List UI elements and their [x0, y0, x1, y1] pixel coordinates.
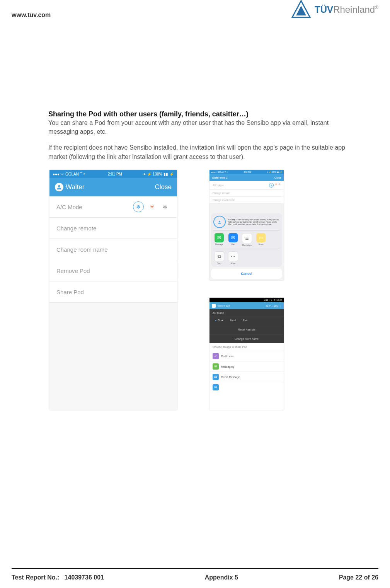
status-icons: ◎ ✉ ▾ ᯤ ▮▯ 15:27 [264, 299, 282, 301]
sun-icon[interactable]: ☀ [147, 202, 157, 212]
share-option[interactable]: ✉Direct Message [209, 372, 284, 382]
row-label: Remove Pod [56, 268, 90, 274]
footer-divider [12, 568, 378, 569]
row-change-room-name[interactable]: Change room name [209, 334, 284, 343]
row-ac-mode: A/C Mode ❄ ☀ ✲ [209, 181, 284, 190]
svg-point-2 [58, 185, 60, 187]
close-button[interactable]: Close [155, 183, 172, 191]
footer-left: Test Report No.: 14039736 001 [12, 574, 104, 581]
tuv-triangle-icon [291, 0, 311, 19]
row-change-remote[interactable]: Change remote [49, 218, 177, 239]
airdrop-row[interactable]: AirDrop. Share instantly with people nea… [213, 216, 280, 231]
row-share-pod[interactable]: Share Pod [49, 281, 177, 303]
android-status-bar: ◎ ✉ ▾ ᯤ ▮▯ 15:27 [209, 298, 284, 302]
status-carrier: ●●●○○ GOLAN T ᯤ [53, 172, 87, 176]
tuv-logo: TÜVRheinland® [291, 0, 378, 19]
status-carrier: ●●●○○ GOLAN T ᯤ [211, 171, 228, 173]
row-reset-remote[interactable]: Reset Remote [209, 325, 284, 334]
notes-icon: ▭ [256, 233, 266, 242]
screenshot-ios-settings: ●●●○○ GOLAN T ᯤ 2:01 PM ✈ ⚡ 100% ▮▮ ⚡ Wa… [49, 170, 177, 410]
section-paragraph-1: You can share a Pod from your account wi… [48, 118, 346, 136]
share-option[interactable]: ✓Do It Later [209, 351, 284, 361]
section-title: Sharing the Pod with other users (family… [48, 110, 346, 118]
share-actions-row: ⧉Copy⋯More [213, 251, 280, 264]
row-ac-mode: AC Mode [209, 309, 284, 317]
mode-cool[interactable]: ●Cool [215, 319, 223, 322]
row-label: Share Pod [56, 289, 84, 295]
radio-selected-icon: ● [215, 319, 216, 322]
mail-icon: ✉ [228, 233, 238, 242]
share-option-label: Direct Message [221, 376, 240, 378]
status-time: 2:01 PM [108, 172, 122, 176]
sun-icon: ☀ [275, 183, 277, 187]
nav-title-text: Walter mini 2 [212, 176, 228, 179]
row-change-room-name: Change room name [209, 197, 284, 204]
android-dark-panel: AC Mode ●Cool Heat Fan Reset Remote Chan… [209, 309, 284, 343]
mode-heat[interactable]: Heat [230, 319, 236, 322]
mode-icons: ❄ ☀ ✲ [133, 201, 170, 212]
section-paragraph-2: If the recipient does not have Sensibo i… [48, 143, 346, 161]
share-action-more[interactable]: ⋯More [227, 251, 239, 264]
share-app-label: Mail [231, 243, 235, 245]
footer-left-value: 14039736 001 [65, 574, 104, 581]
cancel-button[interactable]: Cancel [211, 269, 282, 279]
screenshot-android-share: ◎ ✉ ▾ ᯤ ▮▯ 15:27 Tomer's pod 24.7° ○ 48%… [209, 298, 284, 410]
row-label: Change room name [213, 199, 235, 201]
footer-right: Page 22 of 26 [339, 574, 378, 581]
status-battery: ✈ ⚡ 100% ▮▮ ⚡ [143, 172, 174, 176]
share-apps-row: ✉Message✉Mail≣Reminders▭Notes [213, 233, 280, 249]
share-action-copy[interactable]: ⧉Copy [213, 251, 225, 264]
nav-status: 24.7° ○ 48% ⋮ [266, 305, 281, 307]
avatar-icon [55, 183, 63, 191]
ios-nav-bar: Walter Close [49, 178, 177, 196]
share-app-message[interactable]: ✉Message [213, 233, 225, 246]
airdrop-body: Share instantly with people nearby. If t… [228, 218, 279, 225]
share-option-icon: ✉ [213, 363, 219, 370]
fan-icon[interactable]: ✲ [160, 202, 170, 212]
row-ac-mode[interactable]: A/C Mode ❄ ☀ ✲ [49, 196, 177, 218]
share-option-label: Messaging [221, 365, 234, 368]
row-change-remote: Change remote [209, 190, 284, 197]
row-change-room-name[interactable]: Change room name [49, 239, 177, 260]
share-app-label: Message [215, 243, 223, 245]
row-remove-pod[interactable]: Remove Pod [49, 260, 177, 281]
share-app-reminders[interactable]: ≣Reminders [241, 233, 253, 246]
share-option[interactable]: ✉Messaging [209, 361, 284, 372]
row-label: A/C Mode [213, 184, 224, 187]
ios-status-bar: ●●●○○ GOLAN T ᯤ 2:02 PM ✈ ⚡ 100% ▮▮ ⚡ [209, 170, 284, 174]
share-sheet-panel: AirDrop. Share instantly with people nea… [211, 213, 282, 267]
nav-title-text: Walter [66, 183, 85, 191]
ios-status-bar: ●●●○○ GOLAN T ᯤ 2:01 PM ✈ ⚡ 100% ▮▮ ⚡ [49, 170, 177, 178]
row-label: Change remote [56, 225, 96, 232]
tuv-brand-text: TÜVRheinland® [315, 4, 378, 15]
status-time: 2:02 PM [244, 171, 251, 173]
registered-icon: ® [375, 5, 378, 10]
screenshot-ios-share-sheet: ●●●○○ GOLAN T ᯤ 2:02 PM ✈ ⚡ 100% ▮▮ ⚡ Wa… [209, 170, 284, 280]
share-app-notes[interactable]: ▭Notes [255, 233, 267, 246]
share-option-icon: ✓ [213, 353, 219, 359]
page-footer: Test Report No.: 14039736 001 Appendix 5… [12, 574, 378, 581]
nav-title: Walter [55, 183, 85, 191]
footer-left-label: Test Report No.: [12, 574, 59, 581]
airdrop-text: AirDrop. Share instantly with people nea… [228, 218, 280, 225]
ios-nav-bar: Walter mini 2 Close [209, 174, 284, 181]
tuv-brand-bold: TÜV [315, 4, 333, 15]
snowflake-icon[interactable]: ❄ [133, 201, 144, 212]
row-label: A/C Mode [56, 204, 82, 210]
share-app-mail[interactable]: ✉Mail [227, 233, 239, 246]
message-icon: ✉ [215, 233, 224, 242]
share-app-label: Reminders [242, 244, 252, 246]
close-button[interactable]: Close [274, 176, 281, 179]
airdrop-icon [213, 216, 226, 228]
share-sheet: AirDrop. Share instantly with people nea… [211, 213, 282, 279]
mode-icons: ❄ ☀ ✲ [269, 183, 281, 187]
share-option[interactable]: ✉ [209, 382, 284, 392]
mode-fan[interactable]: Fan [243, 319, 247, 322]
status-battery: ✈ ⚡ 100% ▮▮ ⚡ [267, 171, 282, 173]
reminders-icon: ≣ [242, 233, 252, 243]
row-label: Change remote [213, 192, 230, 194]
copy-icon: ⧉ [214, 251, 224, 261]
share-action-label: More [231, 262, 235, 264]
row-label: Change room name [56, 246, 108, 253]
document-page: www.tuv.com TÜVRheinland® Sharing the Po… [0, 0, 390, 588]
